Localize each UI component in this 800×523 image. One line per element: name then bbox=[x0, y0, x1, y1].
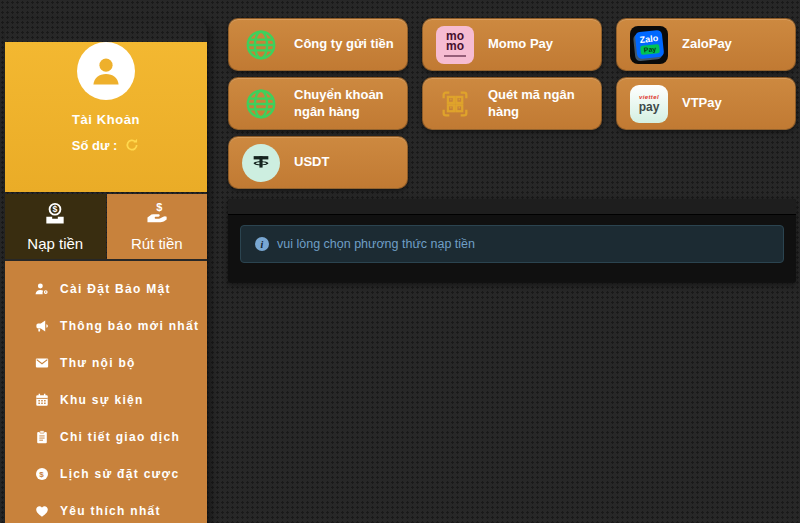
sidebar-menu: Cài Đặt Bảo MậtThông báo mới nhấtThư nội… bbox=[5, 261, 207, 523]
sidebar-item-label: Cài Đặt Bảo Mật bbox=[60, 282, 171, 296]
payment-method-label: Chuyển khoản ngân hàng bbox=[294, 87, 399, 120]
payment-method-label: Công ty gửi tiền bbox=[294, 36, 394, 52]
tab-withdraw[interactable]: $Rút tiền bbox=[107, 194, 208, 259]
account-title: Tài Khoản bbox=[5, 112, 207, 127]
sidebar-item-security-settings[interactable]: Cài Đặt Bảo Mật bbox=[5, 270, 207, 307]
tab-label: Rút tiền bbox=[131, 235, 183, 252]
clipboard-icon bbox=[33, 429, 50, 445]
coin-deposit-icon: $ bbox=[42, 201, 68, 230]
refresh-balance-icon[interactable] bbox=[124, 137, 140, 153]
select-method-alert: i vui lòng chọn phương thức nạp tiền bbox=[240, 225, 784, 263]
sidebar-item-internal-mail[interactable]: Thư nội bộ bbox=[5, 344, 207, 381]
balance-row: Số dư : bbox=[5, 137, 207, 153]
deposit-withdraw-tabs: $Nạp tiền$Rút tiền bbox=[5, 194, 207, 259]
alert-text: vui lòng chọn phương thức nạp tiền bbox=[277, 237, 475, 251]
sidebar-item-transaction-details[interactable]: Chi tiết giao dịch bbox=[5, 418, 207, 455]
deposit-panel-body: i vui lòng chọn phương thức nạp tiền bbox=[228, 215, 796, 283]
deposit-panel: i vui lòng chọn phương thức nạp tiền bbox=[228, 199, 796, 283]
vtpay-logo: viettelpay bbox=[630, 85, 668, 123]
avatar bbox=[77, 42, 135, 100]
zalopay-logo: ZaloPay bbox=[630, 26, 668, 64]
globe-icon bbox=[242, 85, 280, 123]
sidebar-item-event-zone[interactable]: Khu sự kiện bbox=[5, 381, 207, 418]
dollar-circle-icon: $ bbox=[33, 466, 50, 482]
svg-text:$: $ bbox=[53, 204, 58, 214]
sidebar-item-label: Lịch sử đặt cược bbox=[60, 467, 179, 481]
sidebar-item-latest-announcements[interactable]: Thông báo mới nhất bbox=[5, 307, 207, 344]
sidebar-item-label: Thông báo mới nhất bbox=[60, 319, 199, 333]
info-icon: i bbox=[255, 237, 269, 251]
svg-text:$: $ bbox=[156, 201, 162, 213]
deposit-panel-header bbox=[228, 199, 796, 215]
tether-logo bbox=[242, 144, 280, 182]
sidebar-item-label: Thư nội bộ bbox=[60, 356, 136, 370]
sidebar-item-betting-history[interactable]: $Lịch sử đặt cược bbox=[5, 455, 207, 492]
calendar-icon bbox=[33, 392, 50, 408]
hand-holding-dollar-icon: $ bbox=[144, 201, 170, 230]
tab-label: Nạp tiền bbox=[27, 235, 83, 252]
tab-deposit[interactable]: $Nạp tiền bbox=[5, 194, 106, 259]
momo-logo: momo bbox=[436, 26, 474, 64]
payment-method-label: VTPay bbox=[682, 95, 722, 111]
payment-method-zalopay[interactable]: ZaloPayZaloPay bbox=[616, 18, 796, 71]
balance-label: Số dư : bbox=[72, 138, 118, 153]
payment-method-vtpay[interactable]: viettelpayVTPay bbox=[616, 77, 796, 130]
deposit-content: Công ty gửi tiềnmomoMomo PayZaloPayZaloP… bbox=[228, 18, 796, 283]
qr-code-icon bbox=[436, 85, 474, 123]
account-card: Tài Khoản Số dư : bbox=[5, 42, 207, 192]
sidebar-item-label: Khu sự kiện bbox=[60, 393, 144, 407]
payment-method-label: Momo Pay bbox=[488, 36, 553, 52]
deposit-page: { "sidebar": { "account_title": "Tài Kho… bbox=[0, 0, 800, 523]
sidebar-item-favorites[interactable]: Yêu thích nhất bbox=[5, 492, 207, 523]
payment-method-label: Quét mã ngân hàng bbox=[488, 87, 593, 120]
globe-icon bbox=[242, 26, 280, 64]
payment-method-label: USDT bbox=[294, 154, 329, 170]
payment-method-company-transfer[interactable]: Công ty gửi tiền bbox=[228, 18, 408, 71]
sidebar-item-label: Yêu thích nhất bbox=[60, 504, 161, 518]
envelope-icon bbox=[33, 355, 50, 371]
payment-method-bank-transfer[interactable]: Chuyển khoản ngân hàng bbox=[228, 77, 408, 130]
payment-method-label: ZaloPay bbox=[682, 36, 732, 52]
sidebar-item-label: Chi tiết giao dịch bbox=[60, 430, 180, 444]
user-icon bbox=[88, 53, 124, 89]
payment-method-momo-pay[interactable]: momoMomo Pay bbox=[422, 18, 602, 71]
account-sidebar: Tài Khoản Số dư : $Nạp tiền$Rút tiền Cài… bbox=[5, 20, 207, 523]
bullhorn-icon bbox=[33, 318, 50, 334]
heart-icon bbox=[33, 503, 50, 519]
user-gear-icon bbox=[33, 281, 50, 297]
payment-methods-grid: Công ty gửi tiềnmomoMomo PayZaloPayZaloP… bbox=[228, 18, 796, 189]
svg-text:$: $ bbox=[39, 469, 44, 478]
payment-method-usdt[interactable]: USDT bbox=[228, 136, 408, 189]
payment-method-bank-qr[interactable]: Quét mã ngân hàng bbox=[422, 77, 602, 130]
